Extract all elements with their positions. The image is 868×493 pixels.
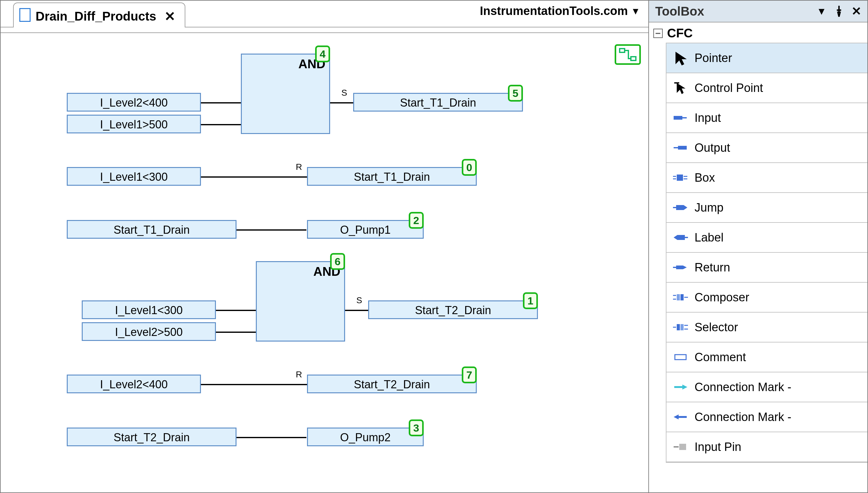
input-block[interactable]: Start_T1_Drain (67, 220, 237, 239)
output-block[interactable]: Start_T1_Drain (353, 93, 523, 111)
input-pin-icon (672, 438, 689, 455)
input-block[interactable]: Start_T2_Drain (67, 428, 237, 446)
wire (201, 124, 241, 125)
input-block[interactable]: I_Level2<400 (67, 374, 201, 393)
toolbox-item-label: Connection Mark - (694, 381, 791, 394)
toolbox-item-return[interactable]: Return (666, 253, 867, 283)
and-block-1[interactable]: AND (241, 53, 330, 134)
svg-marker-17 (676, 265, 687, 269)
exec-badge-t2-set: 1 (523, 292, 538, 309)
wire (201, 384, 308, 385)
svg-rect-28 (675, 355, 686, 360)
exec-badge-and1: 4 (315, 45, 330, 62)
toolbox-category[interactable]: − CFC (653, 24, 867, 43)
toolbox-list: Pointer Control Point Input (666, 43, 867, 463)
collapse-icon[interactable]: − (653, 29, 663, 38)
wire (201, 102, 241, 104)
toolbox-item-label: Box (694, 171, 715, 185)
input-block[interactable]: I_Level1<300 (82, 300, 216, 319)
toolbox-item-label: Selector (694, 321, 738, 334)
input-block[interactable]: I_Level1>500 (67, 115, 201, 133)
toolbox-item-label: Comment (694, 350, 746, 364)
connection-mark-in-icon (672, 409, 689, 425)
input-block[interactable]: I_Level2>500 (82, 322, 216, 341)
toolbox-item-connection-mark-in[interactable]: Connection Mark - (666, 402, 867, 432)
return-icon (672, 259, 689, 276)
wire (201, 176, 308, 178)
toolbox-item-label: Pointer (694, 51, 732, 65)
output-block[interactable]: O_Pump1 (307, 220, 424, 239)
output-block[interactable]: Start_T2_Drain (307, 374, 477, 393)
toolbox-item-label: Jump (694, 201, 724, 214)
svg-marker-31 (673, 414, 679, 420)
exec-badge-t2-rst: 7 (462, 366, 477, 383)
selector-icon (672, 319, 689, 336)
ruler (1, 27, 648, 33)
watermark: InstrumentationTools.com ▼ (480, 4, 640, 18)
toolbox-item-label: Input (694, 111, 721, 125)
toolbox-item-label: Label (694, 231, 724, 244)
toolbox-item-input-pin[interactable]: Input Pin (666, 432, 867, 462)
svg-rect-24 (677, 324, 680, 330)
toolbox-item-control-point[interactable]: Control Point (666, 73, 867, 103)
toolbox-header: ToolBox ▼ ✕ (649, 1, 867, 22)
input-block[interactable]: I_Level2<400 (67, 93, 201, 111)
output-icon (672, 139, 689, 156)
editor-tab[interactable]: Drain_Diff_Products ✕ (13, 2, 185, 27)
and-block-2[interactable]: AND (256, 261, 345, 342)
toolbox-panel: ToolBox ▼ ✕ − CFC Pointer (649, 1, 867, 492)
layout-mode-icon[interactable] (615, 44, 641, 65)
toolbox-item-label: Input Pin (694, 440, 741, 454)
toolbox-item-pointer[interactable]: Pointer (666, 43, 867, 73)
output-block[interactable]: Start_T1_Drain (307, 167, 477, 186)
toolbox-item-output[interactable]: Output (666, 133, 867, 163)
dropdown-icon[interactable]: ▼ (631, 6, 640, 17)
svg-rect-34 (679, 444, 686, 450)
exec-badge-pump1: 2 (409, 212, 424, 229)
toolbox-item-box[interactable]: Box (666, 163, 867, 193)
exec-badge-pump2: 3 (409, 420, 424, 436)
svg-rect-20 (677, 294, 680, 300)
tab-bar: Drain_Diff_Products ✕ InstrumentationToo… (1, 1, 648, 27)
exec-badge-t1-rst: 0 (462, 159, 477, 176)
svg-marker-14 (673, 235, 685, 240)
toolbox-item-composer[interactable]: Composer (666, 283, 867, 313)
toolbox-item-jump[interactable]: Jump (666, 193, 867, 223)
toolbox-item-input[interactable]: Input (666, 103, 867, 133)
close-icon[interactable]: ✕ (162, 9, 175, 24)
svg-rect-6 (678, 146, 687, 150)
document-icon (19, 8, 31, 22)
control-point-icon (672, 80, 689, 96)
input-block[interactable]: I_Level1<300 (67, 167, 201, 186)
app-root: Drain_Diff_Products ✕ InstrumentationToo… (0, 0, 868, 493)
cfc-canvas[interactable]: AND 4 I_Level2<400 I_Level1>500 S Start_… (1, 33, 648, 492)
pin-label-reset: R (296, 162, 302, 172)
toolbox-category-label: CFC (667, 26, 693, 40)
wire (345, 310, 369, 311)
toolbox-item-label: Return (694, 261, 730, 274)
svg-rect-25 (681, 324, 684, 330)
pin-icon[interactable] (832, 5, 846, 18)
toolbox-item-label[interactable]: Label (666, 223, 867, 253)
output-block[interactable]: O_Pump2 (307, 428, 424, 446)
toolbox-item-label: Control Point (694, 81, 763, 95)
close-icon[interactable]: ✕ (850, 5, 863, 18)
input-icon (672, 109, 689, 126)
box-icon (672, 169, 689, 186)
toolbox-title: ToolBox (655, 4, 811, 18)
toolbox-item-comment[interactable]: Comment (666, 342, 867, 372)
pin-label-reset: R (296, 370, 302, 380)
wire (216, 310, 256, 311)
wire (237, 229, 306, 231)
composer-icon (672, 289, 689, 306)
dropdown-icon[interactable]: ▼ (815, 5, 828, 18)
svg-rect-3 (673, 116, 682, 120)
svg-rect-0 (620, 49, 625, 52)
output-block[interactable]: Start_T2_Drain (368, 300, 538, 319)
tab-title: Drain_Diff_Products (36, 9, 156, 23)
toolbox-item-selector[interactable]: Selector (666, 313, 867, 342)
toolbox-item-connection-mark-out[interactable]: Connection Mark - (666, 372, 867, 402)
wire (237, 437, 306, 438)
editor-pane: Drain_Diff_Products ✕ InstrumentationToo… (1, 1, 649, 492)
svg-marker-30 (682, 385, 687, 389)
